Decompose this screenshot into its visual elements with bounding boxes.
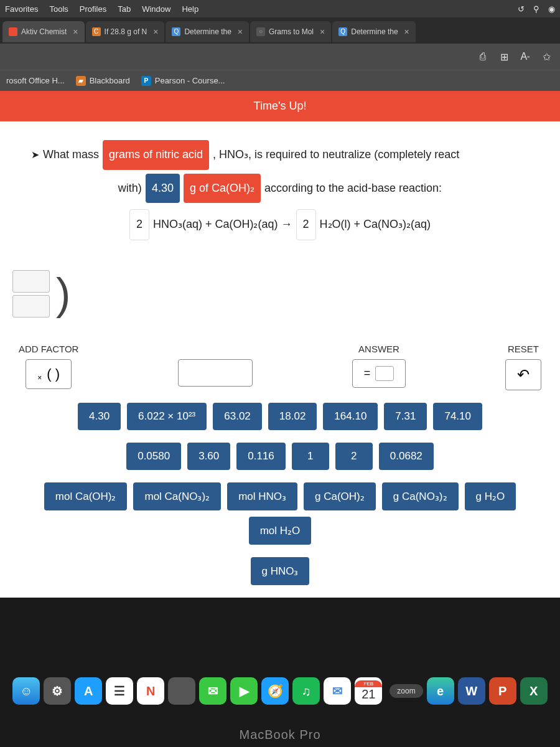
calendar-icon[interactable]: FEB 21 [355, 677, 382, 705]
facetime-icon[interactable]: ▶ [230, 677, 258, 705]
tile-number[interactable]: 164.10 [323, 403, 378, 430]
tab-label: If 28.8 g of N [105, 27, 147, 36]
question-text: according to the acid-base reaction: [264, 176, 442, 201]
mail-icon[interactable]: ✉ [324, 677, 351, 705]
tile-number[interactable]: 74.10 [433, 403, 482, 430]
app-store-icon[interactable]: A [75, 677, 102, 705]
menu-window[interactable]: Window [142, 4, 170, 14]
coef-box[interactable]: 2 [129, 209, 149, 240]
tab-strip: Aktiv Chemist × C If 28.8 g of N × Q Det… [0, 17, 560, 44]
app-icon[interactable] [168, 677, 195, 705]
answer-label: ANSWER [358, 344, 399, 354]
powerpoint-icon[interactable]: P [489, 677, 516, 705]
numerator-cell[interactable] [12, 270, 50, 293]
tile-unit[interactable]: mol Ca(OH)₂ [44, 482, 128, 510]
tab-label: Determine the [351, 27, 398, 36]
safari-icon[interactable]: 🧭 [261, 677, 289, 705]
tile-number[interactable]: 18.02 [268, 403, 317, 430]
edge-icon[interactable]: e [427, 677, 454, 705]
tile-number[interactable]: 2 [335, 443, 373, 470]
equation-text: HNO₃(aq) + Ca(OH)₂(aq) → [153, 212, 292, 237]
zoom-pill[interactable]: zoom [390, 684, 422, 698]
tile-number[interactable]: 0.0580 [126, 443, 181, 470]
close-icon[interactable]: × [404, 27, 409, 37]
text-icon[interactable]: A» [519, 50, 531, 63]
calendar-month: FEB [355, 680, 382, 687]
history-icon[interactable]: ↺ [518, 4, 525, 14]
notion-icon[interactable]: N [137, 677, 164, 705]
tab-determine2[interactable]: Q Determine the × [332, 21, 416, 42]
search-icon: Q [338, 27, 347, 36]
tab-determine1[interactable]: Q Determine the × [166, 21, 249, 42]
menu-bar: Favorites Tools Profiles Tab Window Help… [0, 0, 560, 17]
tab-label: Aktiv Chemist [21, 27, 67, 36]
tile-number[interactable]: 6.022 × 10²³ [127, 403, 207, 430]
bookmark-blackboard[interactable]: ▰ Blackboard [76, 76, 130, 86]
close-icon[interactable]: × [238, 27, 243, 37]
cursor-icon: ➤ [31, 144, 39, 166]
tile-unit[interactable]: mol Ca(NO₃)₂ [133, 482, 221, 510]
bluetooth-icon[interactable]: ⚲ [533, 4, 539, 14]
blank-box[interactable] [178, 359, 253, 387]
tile-number[interactable]: 4.30 [78, 403, 121, 430]
tile-number[interactable]: 1 [292, 443, 329, 470]
tile-number[interactable]: 63.02 [213, 403, 262, 430]
tab-label: Grams to Mol [269, 27, 314, 36]
add-factor-group: ADD FACTOR × ( ) [19, 344, 78, 389]
menu-favorites[interactable]: Favorites [5, 4, 38, 14]
answer-slot[interactable] [375, 366, 394, 381]
tile-unit[interactable]: g Ca(NO₃)₂ [382, 482, 459, 510]
close-icon[interactable]: × [320, 27, 325, 37]
undo-icon: ↶ [517, 366, 530, 383]
dock: ☺ ⚙ A ☰ N ✉ ▶ 🧭 ♫ ✉ FEB 21 zoom e W P X [0, 672, 560, 710]
tab-icon [9, 27, 17, 36]
screenshot-icon[interactable]: ⎙ [477, 50, 489, 63]
menu-profiles[interactable]: Profiles [80, 4, 106, 14]
reset-group: RESET ↶ [505, 344, 541, 390]
tile-unit[interactable]: g HNO₃ [251, 557, 310, 585]
tab-if288[interactable]: C If 28.8 g of N × [86, 21, 165, 42]
tile-number[interactable]: 3.60 [187, 443, 230, 470]
reminders-icon[interactable]: ☰ [106, 677, 133, 705]
tab-grams[interactable]: ○ Grams to Mol × [250, 21, 331, 42]
close-icon[interactable]: × [153, 27, 158, 37]
finder-icon[interactable]: ☺ [12, 677, 40, 705]
tile-number[interactable]: 0.0682 [379, 443, 434, 470]
menu-tab[interactable]: Tab [118, 4, 131, 14]
tab-aktiv[interactable]: Aktiv Chemist × [2, 21, 85, 42]
favorite-icon[interactable]: ✩ [540, 50, 553, 63]
reset-label: RESET [508, 344, 539, 354]
excel-icon[interactable]: X [520, 677, 548, 705]
menu-help[interactable]: Help [182, 4, 198, 14]
add-factor-button[interactable]: × ( ) [26, 359, 72, 389]
tile-number[interactable]: 0.116 [236, 443, 286, 470]
bookmark-label: Blackboard [90, 76, 130, 85]
messages-icon[interactable]: ✉ [199, 677, 226, 705]
camera-icon[interactable]: ◉ [548, 4, 555, 14]
controls-row: ADD FACTOR × ( ) ANSWER = RESET ↶ [0, 331, 560, 397]
tile-unit[interactable]: g Ca(OH)₂ [304, 482, 376, 510]
tile-unit[interactable]: mol H₂O [249, 517, 312, 545]
tile-unit[interactable]: g H₂O [465, 482, 516, 510]
settings-icon[interactable]: ⚙ [44, 677, 71, 705]
word-icon[interactable]: W [458, 677, 485, 705]
coef-box[interactable]: 2 [296, 209, 316, 240]
question-text: with) [118, 176, 142, 201]
question-text: What mass [43, 143, 99, 167]
tab-label: Determine the [184, 27, 231, 36]
spotify-icon[interactable]: ♫ [292, 677, 320, 705]
tile-unit[interactable]: mol HNO₃ [227, 482, 297, 510]
bookmark-pearson[interactable]: P Pearson - Course... [141, 76, 225, 86]
close-icon[interactable]: × [73, 27, 78, 37]
browser-toolbar: ⎙ ⊞ A» ✩ [0, 44, 560, 70]
answer-box[interactable]: = [352, 359, 406, 388]
equation-text: H₂O(l) + Ca(NO₃)₂(aq) [320, 212, 431, 237]
denominator-cell[interactable] [12, 295, 50, 317]
fraction-input[interactable] [12, 270, 50, 317]
tile-number[interactable]: 7.31 [384, 403, 427, 430]
bookmark-office[interactable]: rosoft Office H... [6, 76, 65, 85]
grid-icon[interactable]: ⊞ [498, 50, 510, 63]
chip-grams-nitric: grams of nitric acid [103, 140, 209, 170]
reset-button[interactable]: ↶ [505, 359, 541, 390]
menu-tools[interactable]: Tools [49, 4, 68, 14]
